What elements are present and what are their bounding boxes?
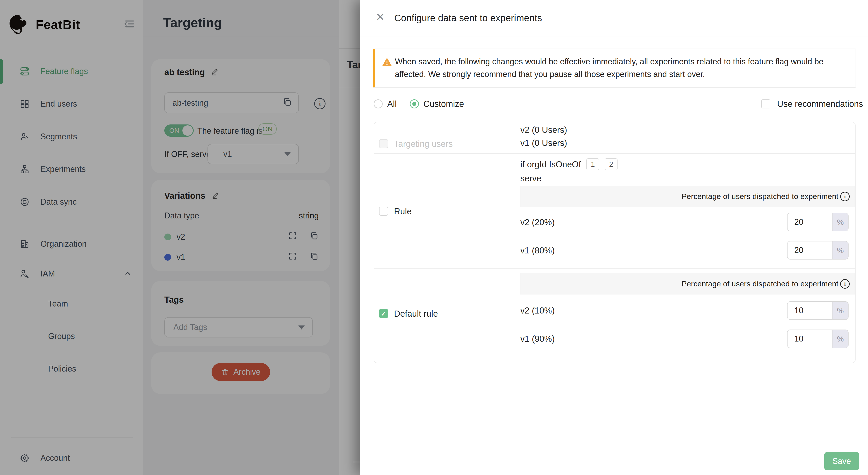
radio-all-label: All	[387, 99, 397, 109]
warning-alert: When saved, the following changes would …	[373, 48, 856, 88]
default-rule-variation-label: v1 (90%)	[520, 334, 555, 344]
radio-customize[interactable]	[410, 99, 419, 108]
experiment-config-drawer: ✕ Configure data sent to experiments Whe…	[360, 0, 868, 475]
experiment-config-table: Targeting users v2 (0 Users) v1 (0 Users…	[374, 122, 856, 363]
percent-unit: %	[832, 213, 848, 231]
use-recommendations-option: Use recommendations	[761, 98, 863, 110]
row-divider	[374, 153, 855, 154]
warning-icon	[382, 57, 392, 68]
percent-input[interactable]	[787, 302, 832, 319]
drawer-overlay-mask[interactable]	[0, 0, 360, 475]
percent-input[interactable]	[787, 213, 832, 231]
warning-line-1: When saved, the following changes would …	[395, 55, 824, 68]
rule-condition-value: 1	[586, 158, 599, 170]
drawer-header: ✕ Configure data sent to experiments	[360, 0, 868, 37]
default-rule-checkbox[interactable]: ✓	[379, 309, 388, 318]
close-icon[interactable]: ✕	[376, 12, 385, 23]
default-rule-variation-label: v2 (10%)	[520, 306, 555, 315]
percent-input[interactable]	[787, 330, 832, 348]
percent-input[interactable]	[787, 241, 832, 259]
use-recommendations-label: Use recommendations	[777, 99, 863, 109]
rule-percentage-header: Percentage of users dispatched to experi…	[520, 186, 855, 207]
info-icon[interactable]: i	[840, 192, 850, 201]
targeting-users-checkbox[interactable]	[379, 139, 388, 148]
rule-condition-value: 2	[604, 158, 618, 170]
drawer-title: Configure data sent to experiments	[394, 13, 542, 24]
percentage-header-text: Percentage of users dispatched to experi…	[682, 279, 838, 288]
targeting-users-variation: v2 (0 Users)	[520, 125, 567, 135]
rule-label: Rule	[394, 206, 412, 216]
rule-condition-row: if orgId IsOneOf 1 2	[520, 158, 618, 170]
save-button[interactable]: Save	[825, 452, 859, 470]
default-rule-percentage-header: Percentage of users dispatched to experi…	[520, 273, 855, 295]
warning-text: When saved, the following changes would …	[395, 55, 824, 81]
rule-condition-text: if orgId IsOneOf	[520, 160, 581, 169]
radio-customize-label: Customize	[423, 99, 464, 109]
rule-variation-label: v2 (20%)	[520, 217, 555, 227]
percent-unit: %	[832, 330, 848, 348]
percent-unit: %	[832, 241, 848, 259]
info-icon[interactable]: i	[840, 279, 850, 289]
rule-serve-label: serve	[520, 173, 541, 183]
use-recommendations-checkbox[interactable]	[761, 99, 770, 108]
rule-variation-percent-input-group: %	[787, 241, 848, 260]
warning-line-2: affected. We strongly recommend that you…	[395, 68, 824, 81]
targeting-users-label: Targeting users	[394, 139, 453, 149]
percentage-header-text: Percentage of users dispatched to experi…	[682, 192, 838, 201]
default-rule-label: Default rule	[394, 309, 438, 319]
percent-unit: %	[832, 302, 848, 319]
rule-variation-percent-input-group: %	[787, 213, 848, 231]
rule-checkbox[interactable]	[379, 207, 388, 216]
default-rule-percent-input-group: %	[787, 301, 848, 320]
targeting-users-variation: v1 (0 Users)	[520, 138, 567, 148]
rule-variation-label: v1 (80%)	[520, 245, 555, 256]
default-rule-percent-input-group: %	[787, 330, 848, 348]
row-divider	[374, 268, 855, 269]
radio-all[interactable]	[374, 99, 383, 108]
drawer-footer: Save	[360, 446, 868, 475]
dispatch-mode-options: All Customize	[374, 98, 464, 110]
